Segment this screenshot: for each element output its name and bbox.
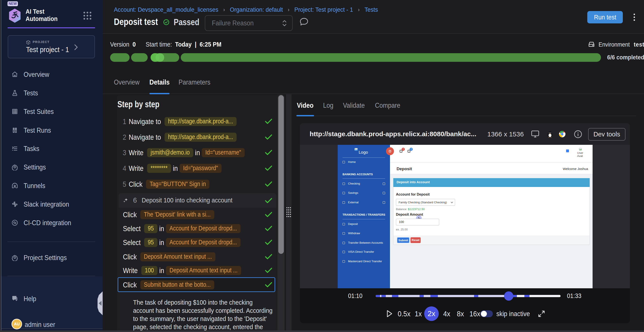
svg-text:?: ? <box>14 296 15 299</box>
